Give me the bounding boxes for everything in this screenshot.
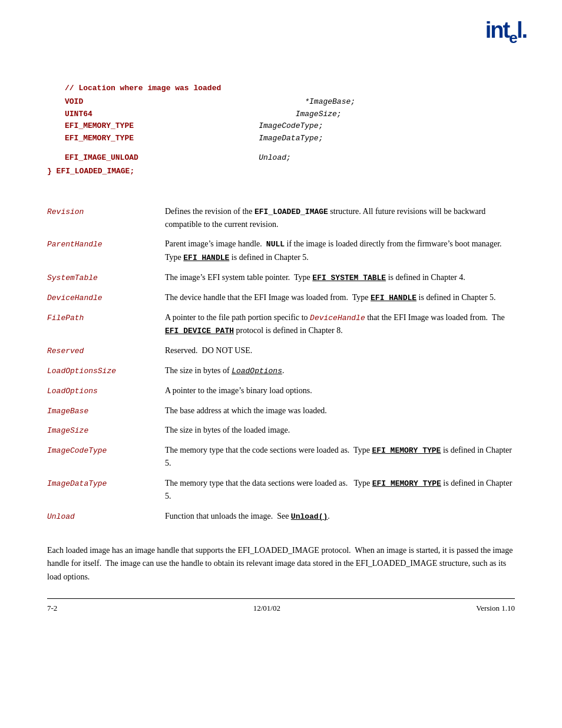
term-revision: Revision xyxy=(47,202,165,235)
code-name-2: ImageSize; xyxy=(194,108,342,121)
desc-revision: Defines the revision of the EFI_LOADED_I… xyxy=(165,202,515,235)
term-parenthandle: ParentHandle xyxy=(47,234,165,267)
term-loadoptionssize: LoadOptionsSize xyxy=(47,361,165,381)
code-type-3: EFI_MEMORY_TYPE xyxy=(65,120,194,133)
term-reserved: Reserved xyxy=(47,341,165,361)
code-type-2: UINT64 xyxy=(65,108,194,121)
desc-devicehandle: The device handle that the EFI Image was… xyxy=(165,288,515,308)
desc-loadoptions: A pointer to the image’s binary load opt… xyxy=(165,381,515,401)
def-row-unload: Unload Function that unloads the image. … xyxy=(47,506,515,526)
desc-imagedatatype: The memory type that the data sections w… xyxy=(165,473,515,506)
footer: 7-2 12/01/02 Version 1.10 xyxy=(47,598,515,613)
desc-reserved: Reserved. DO NOT USE. xyxy=(165,341,515,361)
code-name-1: *ImageBase; xyxy=(194,96,355,108)
code-type-5: EFI_IMAGE_UNLOAD xyxy=(65,152,194,164)
desc-imagecodetype: The memory type that the code sections w… xyxy=(165,440,515,473)
def-row-imagecodetype: ImageCodeType The memory type that the c… xyxy=(47,440,515,473)
footer-date: 12/01/02 xyxy=(253,604,280,613)
def-row-loadoptions: LoadOptions A pointer to the image’s bin… xyxy=(47,381,515,401)
def-row-parenthandle: ParentHandle Parent image’s image handle… xyxy=(47,234,515,267)
body-paragraph: Each loaded image has an image handle th… xyxy=(47,544,515,584)
def-row-filepath: FilePath A pointer to the file path port… xyxy=(47,308,515,341)
page: intel. // Location where image was loade… xyxy=(0,0,562,631)
definition-table: Revision Defines the revision of the EFI… xyxy=(47,202,515,526)
desc-parenthandle: Parent image’s image handle. NULL if the… xyxy=(165,234,515,267)
code-name-4: ImageDataType; xyxy=(194,133,323,145)
code-comment: // Location where image was loaded xyxy=(65,83,221,95)
def-row-loadoptionssize: LoadOptionsSize The size in bytes of Loa… xyxy=(47,361,515,381)
def-row-systemtable: SystemTable The image’s EFI system table… xyxy=(47,268,515,288)
def-row-imagedatatype: ImageDataType The memory type that the d… xyxy=(47,473,515,506)
term-imagesize: ImageSize xyxy=(47,420,165,440)
desc-imagebase: The base address at which the image was … xyxy=(165,401,515,421)
def-row-imagesize: ImageSize The size in bytes of the loade… xyxy=(47,420,515,440)
def-row-imagebase: ImageBase The base address at which the … xyxy=(47,401,515,421)
desc-systemtable: The image’s EFI system table pointer. Ty… xyxy=(165,268,515,288)
def-row-reserved: Reserved Reserved. DO NOT USE. xyxy=(47,341,515,361)
code-type-1: VOID xyxy=(65,96,194,108)
code-type-4: EFI_MEMORY_TYPE xyxy=(65,133,194,145)
desc-imagesize: The size in bytes of the loaded image. xyxy=(165,420,515,440)
term-unload: Unload xyxy=(47,506,165,526)
code-block: // Location where image was loaded VOID … xyxy=(47,83,515,178)
term-imagedatatype: ImageDataType xyxy=(47,473,165,506)
term-filepath: FilePath xyxy=(47,308,165,341)
desc-unload: Function that unloads the image. See Unl… xyxy=(165,506,515,526)
def-row-revision: Revision Defines the revision of the EFI… xyxy=(47,202,515,235)
code-name-5: Unload; xyxy=(194,152,291,164)
term-devicehandle: DeviceHandle xyxy=(47,288,165,308)
def-row-devicehandle: DeviceHandle The device handle that the … xyxy=(47,288,515,308)
footer-page: 7-2 xyxy=(47,604,57,613)
term-systemtable: SystemTable xyxy=(47,268,165,288)
code-closing: } EFI_LOADED_IMAGE; xyxy=(47,166,134,178)
term-loadoptions: LoadOptions xyxy=(47,381,165,401)
term-imagebase: ImageBase xyxy=(47,401,165,421)
footer-version: Version 1.10 xyxy=(476,604,515,613)
intel-logo: intel. xyxy=(485,18,527,47)
desc-filepath: A pointer to the file path portion speci… xyxy=(165,308,515,341)
code-name-3: ImageCodeType; xyxy=(194,120,323,133)
term-imagecodetype: ImageCodeType xyxy=(47,440,165,473)
desc-loadoptionssize: The size in bytes of LoadOptions. xyxy=(165,361,515,381)
